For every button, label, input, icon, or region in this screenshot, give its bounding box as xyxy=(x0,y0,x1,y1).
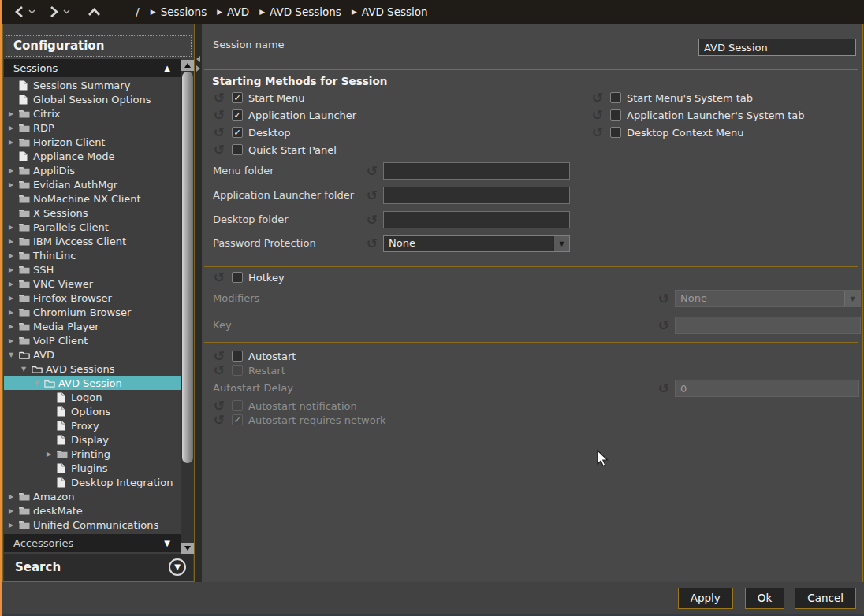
tree-item-horizon-client[interactable]: ▶Horizon Client xyxy=(4,135,181,149)
forward-icon[interactable] xyxy=(48,6,60,18)
chevron-collapsed-icon[interactable]: ▶ xyxy=(9,266,19,273)
undo-icon[interactable]: ↺ xyxy=(656,381,672,395)
panel-splitter[interactable] xyxy=(195,24,202,616)
desktop-folder-input[interactable] xyxy=(383,211,570,228)
checkbox-quick-start-panel[interactable] xyxy=(232,144,243,155)
undo-icon[interactable]: ↺ xyxy=(590,125,605,139)
back-icon[interactable] xyxy=(13,6,25,18)
tree-item-voip-client[interactable]: ▶VoIP Client xyxy=(4,333,181,347)
tree-item-x-sessions[interactable]: X Sessions xyxy=(4,206,181,220)
password-protection-select[interactable]: None ▼ xyxy=(383,235,570,252)
back-history-caret-icon[interactable] xyxy=(28,9,35,14)
checkbox-desktop[interactable]: ✓ xyxy=(232,127,243,138)
tree-item-media-player[interactable]: ▶Media Player xyxy=(4,319,181,333)
chevron-collapsed-icon[interactable]: ▶ xyxy=(9,493,19,500)
chevron-collapsed-icon[interactable]: ▶ xyxy=(9,181,19,188)
tree-item-desktop-integration[interactable]: Desktop Integration xyxy=(4,475,181,489)
chevron-collapsed-icon[interactable]: ▶ xyxy=(9,139,19,146)
undo-icon[interactable]: ↺ xyxy=(211,143,227,157)
breadcrumb-item-avd-session[interactable]: ▶AVD Session xyxy=(352,6,428,18)
scroll-up-button[interactable] xyxy=(181,60,194,71)
undo-icon[interactable]: ↺ xyxy=(656,291,672,306)
checkbox-start-menu-s-system-tab[interactable] xyxy=(610,92,621,103)
scroll-down-button[interactable] xyxy=(181,543,194,554)
undo-icon[interactable]: ↺ xyxy=(211,125,227,139)
ok-button[interactable]: Ok xyxy=(745,588,784,609)
application-launcher-folder-input[interactable] xyxy=(383,187,570,204)
tree-item-firefox-browser[interactable]: ▶Firefox Browser xyxy=(4,291,181,305)
apply-button[interactable]: Apply xyxy=(678,588,733,609)
chevron-expanded-icon[interactable]: ▼ xyxy=(34,380,44,387)
chevron-collapsed-icon[interactable]: ▶ xyxy=(9,124,19,132)
section-header-sessions[interactable]: Sessions ▲ xyxy=(4,59,181,77)
chevron-collapsed-icon[interactable]: ▶ xyxy=(9,323,19,330)
chevron-expanded-icon[interactable]: ▼ xyxy=(21,366,32,373)
checkbox-application-launcher-s-system-tab[interactable] xyxy=(610,109,621,121)
chevron-collapsed-icon[interactable]: ▶ xyxy=(9,167,19,174)
tree-item-sessions-summary[interactable]: Sessions Summary xyxy=(4,78,181,92)
sidebar-scrollbar[interactable] xyxy=(181,60,194,554)
undo-icon[interactable]: ↺ xyxy=(656,318,672,332)
tree-item-vnc-viewer[interactable]: ▶VNC Viewer xyxy=(4,276,181,291)
chevron-collapsed-icon[interactable]: ▶ xyxy=(9,295,19,302)
tree-item-appliance-mode[interactable]: Appliance Mode xyxy=(4,149,181,163)
tree-item-ssh[interactable]: ▶SSH xyxy=(4,262,181,276)
checkbox-application-launcher[interactable]: ✓ xyxy=(232,109,243,121)
tree-item-ibm-iaccess-client[interactable]: ▶IBM iAccess Client xyxy=(4,234,181,248)
tree-item-nomachine-nx-client[interactable]: NoMachine NX Client xyxy=(4,191,181,206)
tree-item-chromium-browser[interactable]: ▶Chromium Browser xyxy=(4,305,181,319)
session-name-input[interactable] xyxy=(698,39,856,56)
tree-item-proxy[interactable]: Proxy xyxy=(4,418,181,432)
tree-item-options[interactable]: Options xyxy=(4,404,181,418)
tree-item-thinlinc[interactable]: ▶ThinLinc xyxy=(4,248,181,262)
up-level-icon[interactable] xyxy=(88,7,101,17)
chevron-collapsed-icon[interactable]: ▶ xyxy=(9,252,19,259)
tree-item-plugins[interactable]: Plugins xyxy=(4,461,181,475)
breadcrumb-root[interactable]: / xyxy=(136,6,140,18)
undo-icon[interactable]: ↺ xyxy=(211,91,227,105)
dropdown-button[interactable]: ▼ xyxy=(553,236,569,251)
chevron-expanded-icon[interactable]: ▼ xyxy=(9,351,19,358)
checkbox-hotkey[interactable] xyxy=(232,272,243,283)
chevron-collapsed-icon[interactable]: ▶ xyxy=(9,337,19,344)
section-header-accessories[interactable]: Accessories ▼ xyxy=(4,534,181,552)
menu-folder-input[interactable] xyxy=(383,162,570,180)
undo-icon[interactable]: ↺ xyxy=(211,413,227,427)
breadcrumb-item-sessions[interactable]: ▶Sessions xyxy=(151,6,207,18)
cancel-button[interactable]: Cancel xyxy=(795,588,856,609)
undo-icon[interactable]: ↺ xyxy=(364,213,380,227)
tree-item-applidis[interactable]: ▶AppliDis xyxy=(4,163,181,177)
tree-item-parallels-client[interactable]: ▶Parallels Client xyxy=(4,220,181,234)
breadcrumb-item-avd[interactable]: ▶AVD xyxy=(217,6,249,18)
search-expand-icon[interactable]: ▼ xyxy=(169,558,186,576)
tree-item-logon[interactable]: Logon xyxy=(4,390,181,404)
tree-item-unified-communications[interactable]: ▶Unified Communications xyxy=(4,518,181,532)
undo-icon[interactable]: ↺ xyxy=(364,236,380,250)
checkbox-autostart[interactable] xyxy=(232,351,243,362)
undo-icon[interactable]: ↺ xyxy=(211,108,227,122)
chevron-collapsed-icon[interactable]: ▶ xyxy=(9,309,19,316)
tree-item-global-session-options[interactable]: Global Session Options xyxy=(4,92,181,106)
breadcrumb-item-avd-sessions[interactable]: ▶AVD Sessions xyxy=(259,6,341,18)
tree-item-citrix[interactable]: ▶Citrix xyxy=(4,106,181,121)
tree-item-avd-session[interactable]: ▼AVD Session xyxy=(4,376,181,390)
tree-item-avd[interactable]: ▼AVD xyxy=(4,347,181,362)
undo-icon[interactable]: ↺ xyxy=(590,108,605,122)
tree-item-amazon[interactable]: ▶Amazon xyxy=(4,489,181,503)
undo-icon[interactable]: ↺ xyxy=(211,363,227,377)
chevron-collapsed-icon[interactable]: ▶ xyxy=(9,110,19,117)
chevron-collapsed-icon[interactable]: ▶ xyxy=(9,238,19,245)
tree-item-evidian-authmgr[interactable]: ▶Evidian AuthMgr xyxy=(4,177,181,191)
scrollbar-thumb[interactable] xyxy=(182,72,193,463)
chevron-collapsed-icon[interactable]: ▶ xyxy=(9,280,19,288)
chevron-collapsed-icon[interactable]: ▶ xyxy=(9,507,19,514)
checkbox-desktop-context-menu[interactable] xyxy=(610,127,621,138)
undo-icon[interactable]: ↺ xyxy=(364,188,380,202)
undo-icon[interactable]: ↺ xyxy=(590,91,605,105)
chevron-collapsed-icon[interactable]: ▶ xyxy=(9,224,19,231)
section-header-search[interactable]: Search ▼ xyxy=(4,554,193,581)
tree-item-display[interactable]: Display xyxy=(4,432,181,447)
undo-icon[interactable]: ↺ xyxy=(211,270,227,284)
tree-item-avd-sessions[interactable]: ▼AVD Sessions xyxy=(4,362,181,376)
splitter-collapse-right-icon[interactable] xyxy=(196,65,200,72)
